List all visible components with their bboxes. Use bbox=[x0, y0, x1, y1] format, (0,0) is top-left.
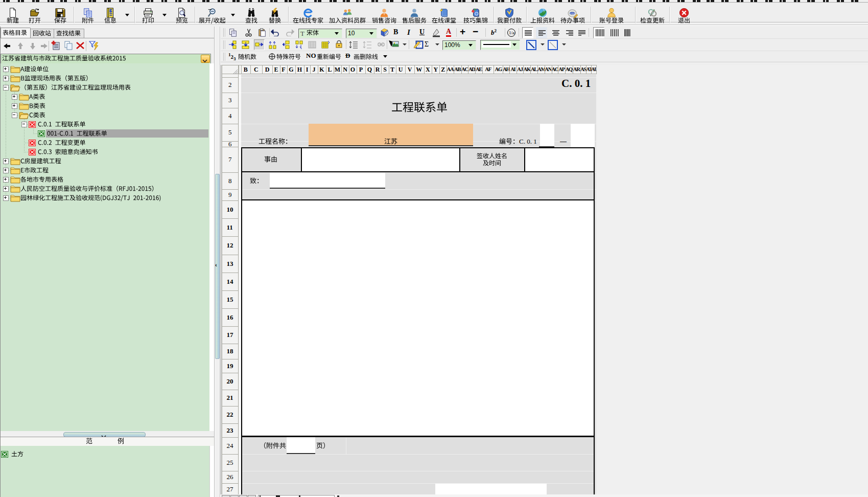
svg-text:DVD: DVD bbox=[570, 12, 575, 15]
svg-text:1/a: 1/a bbox=[509, 30, 514, 35]
svg-text:T: T bbox=[300, 30, 304, 37]
